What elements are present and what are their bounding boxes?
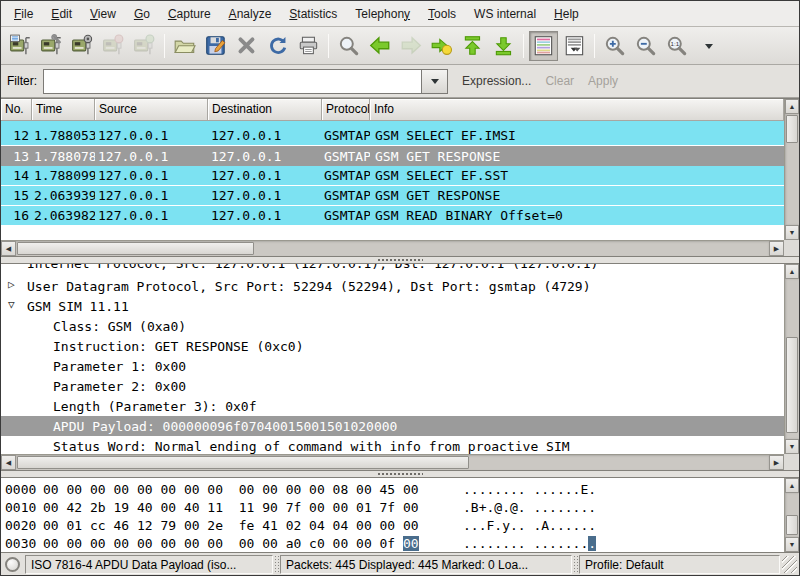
scroll-right-icon[interactable]: ▶ (769, 241, 784, 256)
scroll-up-icon[interactable]: ▲ (785, 478, 799, 493)
menu-capture[interactable]: Capture (159, 3, 220, 25)
menu-tools[interactable]: Tools (419, 3, 465, 25)
top-icon (461, 34, 485, 58)
menu-view[interactable]: View (81, 3, 125, 25)
menu-help[interactable]: Help (545, 3, 588, 25)
expander-closed-icon[interactable]: ▷ (8, 278, 15, 291)
scroll-down-icon[interactable]: ▼ (785, 537, 799, 552)
detail-line[interactable]: Parameter 2: 0x00 (1, 376, 784, 396)
clear-button[interactable]: Clear (545, 74, 574, 88)
go-to-last-packet-button[interactable] (489, 31, 518, 61)
reload-capture-file-button[interactable] (263, 31, 292, 61)
go-to-first-packet-button[interactable] (458, 31, 487, 61)
detail-line[interactable]: Parameter 1: 0x00 (1, 356, 784, 376)
detail-line[interactable]: ▽GSM SIM 11.11 (1, 296, 784, 316)
scroll-left-icon[interactable]: ◀ (1, 455, 16, 470)
save-capture-file-button[interactable] (201, 31, 230, 61)
hex-vscrollbar[interactable]: ▲ ▼ (784, 478, 799, 552)
hex-ascii[interactable]: .B+.@.@. ........ (463, 500, 596, 515)
column-header-protocol[interactable]: Protocol (322, 99, 370, 121)
packet-list-hscrollbar[interactable]: ◀ ▶ (1, 240, 784, 256)
hex-byte-selected[interactable]: 00 (403, 536, 419, 551)
packet-row-12[interactable]: 121.788053127.0.0.1127.0.0.1GSMTAPGSM SE… (1, 126, 784, 146)
detail-line[interactable]: ▷User Datagram Protocol, Src Port: 52294… (1, 276, 784, 296)
toolbar-overflow-button[interactable] (700, 31, 718, 61)
column-header-source[interactable]: Source (95, 99, 208, 121)
hex-row-0000[interactable]: 000000 00 00 00 00 00 00 00 00 00 00 00 … (1, 480, 784, 498)
filter-input[interactable] (43, 69, 421, 94)
packet-row-14[interactable]: 141.788099127.0.0.1127.0.0.1GSMTAPGSM SE… (1, 166, 784, 186)
hex-bytes[interactable]: 00 42 2b 19 40 00 40 11 11 90 7f 00 00 0… (43, 500, 433, 515)
find-packet-button[interactable] (334, 31, 363, 61)
auto-scroll-button[interactable] (560, 31, 589, 61)
column-header-no[interactable]: No. (1, 99, 32, 121)
details-hscrollbar[interactable]: ◀ ▶ (1, 454, 784, 470)
hex-ascii[interactable]: ...F.y.. .A...... (463, 518, 596, 533)
detail-line[interactable]: Internet Protocol, Src: 127.0.0.1 (127.0… (1, 264, 784, 276)
column-header-destination[interactable]: Destination (208, 99, 322, 121)
scroll-down-icon[interactable]: ▼ (785, 225, 799, 240)
zoom-in-button[interactable] (600, 31, 629, 61)
print-packets-button[interactable] (294, 31, 323, 61)
details-vscrollbar[interactable]: ▲ ▼ (784, 264, 799, 454)
close-capture-file-button[interactable] (232, 31, 261, 61)
packet-row-15[interactable]: 152.063939127.0.0.1127.0.0.1GSMTAPGSM GE… (1, 186, 784, 206)
packet-list-vscrollbar[interactable]: ▲ ▼ (784, 99, 799, 240)
detail-line[interactable]: Status Word: Normal ending of command wi… (1, 436, 784, 454)
packet-cell-time: 1.788099 (32, 168, 95, 183)
scroll-up-icon[interactable]: ▲ (785, 99, 799, 114)
detail-line[interactable]: APDU Payload: 000000096f0704001500150102… (1, 416, 784, 436)
scroll-left-icon[interactable]: ◀ (1, 241, 16, 256)
menu-file[interactable]: File (5, 3, 42, 25)
menu-ws-internal[interactable]: WS internal (465, 3, 545, 25)
column-header-time[interactable]: Time (32, 99, 95, 121)
menu-analyze[interactable]: Analyze (220, 3, 281, 25)
detail-line[interactable]: Instruction: GET RESPONSE (0xc0) (1, 336, 784, 356)
hex-bytes[interactable]: 00 00 00 00 00 00 00 00 00 00 00 00 08 0… (43, 482, 433, 497)
hex-ascii[interactable]: ........ ......E. (463, 482, 596, 497)
go-back-button[interactable] (365, 31, 394, 61)
detail-line[interactable]: Length (Parameter 3): 0x0f (1, 396, 784, 416)
scroll-down-icon[interactable]: ▼ (785, 439, 799, 454)
hex-bytes[interactable]: 00 01 cc 46 12 79 00 2e fe 41 02 04 04 0… (43, 518, 433, 533)
hex-row-0030[interactable]: 003000 00 00 00 00 00 00 00 00 00 a0 c0 … (1, 534, 784, 552)
vscroll-thumb[interactable] (786, 115, 798, 143)
expander-open-icon[interactable]: ▽ (8, 298, 15, 311)
capture-options-button[interactable] (37, 31, 66, 61)
hex-ascii-selected[interactable]: . (588, 536, 596, 551)
vscroll-thumb[interactable] (786, 515, 798, 535)
resize-grip[interactable] (782, 556, 797, 573)
open-capture-file-button[interactable] (170, 31, 199, 61)
zoom-out-button[interactable] (631, 31, 660, 61)
hscroll-thumb[interactable] (17, 242, 254, 255)
go-to-packet-button[interactable] (427, 31, 456, 61)
filter-dropdown-button[interactable] (421, 69, 448, 94)
scroll-right-icon[interactable]: ▶ (769, 455, 784, 470)
save-icon (204, 34, 228, 58)
menu-statistics[interactable]: Statistics (280, 3, 346, 25)
menu-telephony[interactable]: Telephony (346, 3, 419, 25)
scroll-up-icon[interactable]: ▲ (785, 264, 799, 279)
hex-row-0010[interactable]: 001000 42 2b 19 40 00 40 11 11 90 7f 00 … (1, 498, 784, 516)
zoom-100-button[interactable]: 1:1 (662, 31, 691, 61)
menu-go[interactable]: Go (125, 3, 159, 25)
hex-row-0020[interactable]: 002000 01 cc 46 12 79 00 2e fe 41 02 04 … (1, 516, 784, 534)
detail-line[interactable]: Class: GSM (0xa0) (1, 316, 784, 336)
menu-edit[interactable]: Edit (42, 3, 81, 25)
hex-bytes[interactable]: 00 00 00 00 00 00 00 00 00 00 a0 c0 00 0… (43, 536, 433, 551)
capture-start-button[interactable] (68, 31, 97, 61)
vscroll-thumb[interactable] (786, 337, 798, 433)
packet-cell-src: 127.0.0.1 (95, 188, 208, 203)
caret-down-icon (702, 39, 716, 53)
packet-row-13[interactable]: 131.788078127.0.0.1127.0.0.1GSMTAPGSM GE… (1, 146, 784, 166)
packet-details-pane: Internet Protocol, Src: 127.0.0.1 (127.0… (1, 263, 799, 471)
list-interfaces-button[interactable] (6, 31, 35, 61)
packet-row-16[interactable]: 162.063982127.0.0.1127.0.0.1GSMTAPGSM RE… (1, 206, 784, 226)
hex-ascii[interactable]: ........ ........ (463, 536, 596, 551)
column-header-info[interactable]: Info (370, 99, 784, 121)
hscroll-thumb[interactable] (17, 456, 469, 469)
colorize-packet-list-button[interactable] (529, 31, 558, 61)
apply-button[interactable]: Apply (588, 74, 618, 88)
expression-button[interactable]: Expression... (462, 74, 531, 88)
expert-info-icon[interactable] (5, 557, 20, 572)
